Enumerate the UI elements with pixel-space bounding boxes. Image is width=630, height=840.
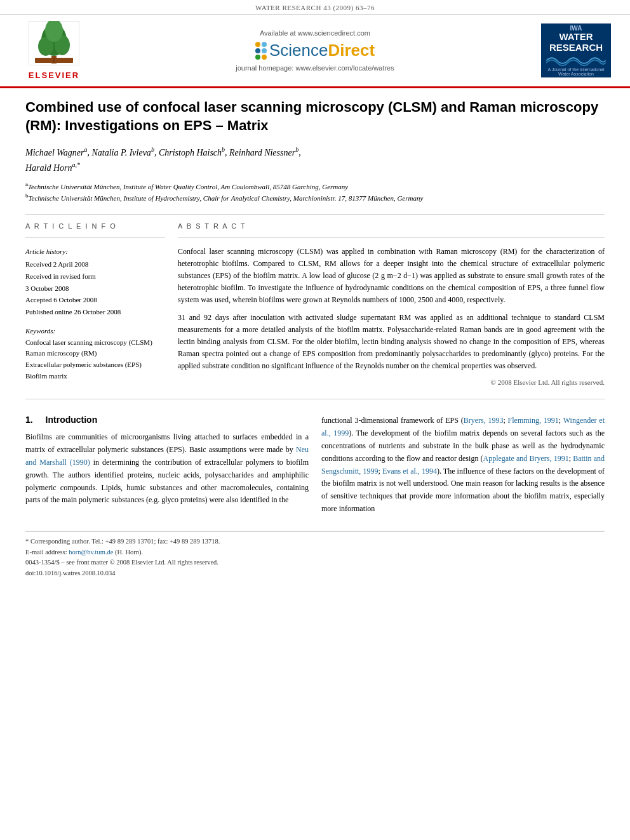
published-date: Published online 26 October 2008	[25, 308, 121, 316]
abstract-heading: A B S T R A C T	[178, 222, 605, 230]
introduction-section: 1. Introduction Biofilms are communities…	[25, 415, 605, 520]
elsevier-logo: ELSEVIER	[29, 21, 79, 80]
evans-link[interactable]: Evans et al., 1994	[382, 467, 437, 476]
email-link[interactable]: horn@bv.tum.de	[69, 549, 113, 556]
water-research-badge: IWA WATERRESEARCH A Journal of the Inter…	[541, 23, 611, 77]
keyword-1: Confocal laser scanning microscopy (CLSM…	[25, 337, 165, 349]
intro-para-1: Biofilms are communities of microorganis…	[25, 431, 309, 507]
keyword-4: Biofilm matrix	[25, 371, 165, 382]
sd-dot-3	[255, 48, 260, 53]
intro-right-col: functional 3-dimensional framework of EP…	[321, 415, 605, 520]
wr-subtitle-label: A Journal of the InternationalWater Asso…	[547, 67, 604, 76]
elsevier-label: ELSEVIER	[29, 70, 79, 80]
elsevier-tree-icon	[29, 21, 79, 65]
keyword-2: Raman microscopy (RM)	[25, 348, 165, 359]
journal-homepage-text: journal homepage: www.elsevier.com/locat…	[236, 64, 394, 72]
divider-1	[25, 214, 605, 215]
wr-title-label: WATERRESEARCH	[549, 32, 603, 53]
sciencedirect-logo: ScienceDirect	[255, 41, 375, 60]
banner-row: ELSEVIER Available at www.sciencedirect.…	[0, 15, 630, 88]
article-title: Combined use of confocal laser scanning …	[25, 98, 605, 135]
received-date: Received 2 April 2008	[25, 260, 88, 268]
footnote-corresponding: * Corresponding author. Tel.: +49 89 289…	[25, 537, 605, 547]
journal-header-text: WATER RESEARCH 43 (2009) 63–76	[255, 4, 375, 11]
article-history: Article history: Received 2 April 2008 R…	[25, 246, 165, 318]
section-number: 1.	[25, 415, 33, 425]
divider-info	[25, 237, 165, 238]
keywords-label: Keywords:	[25, 327, 165, 335]
journal-header: WATER RESEARCH 43 (2009) 63–76	[0, 0, 630, 15]
keyword-3: Extracellular polymeric substances (EPS)	[25, 359, 165, 371]
bryers-link[interactable]: Bryers, 1993	[464, 416, 504, 425]
sd-dot-1	[255, 42, 260, 47]
footnote-area: * Corresponding author. Tel.: +49 89 289…	[25, 531, 605, 579]
sd-dot-5	[255, 55, 260, 60]
article-info-column: A R T I C L E I N F O Article history: R…	[25, 222, 165, 387]
neu-marshall-link[interactable]: Neu and Marshall (1990)	[25, 445, 309, 467]
sd-dot-6	[262, 55, 267, 60]
divider-2	[25, 399, 605, 399]
copyright: © 2008 Elsevier Ltd. All rights reserved…	[178, 378, 605, 386]
sd-dot-4	[262, 48, 267, 53]
available-at-text: Available at www.sciencedirect.com	[260, 29, 370, 37]
article-info-heading: A R T I C L E I N F O	[25, 222, 165, 230]
sd-dots	[255, 42, 267, 60]
accepted-date: Accepted 6 October 2008	[25, 296, 97, 303]
section-title: 1. Introduction	[25, 415, 309, 425]
sd-dot-2	[262, 42, 267, 47]
article-content: Combined use of confocal laser scanning …	[0, 88, 630, 592]
abstract-para-2: 31 and 92 days after inoculation with ac…	[178, 312, 605, 373]
received-revised-date: 3 October 2008	[25, 284, 69, 292]
wr-waves-icon	[542, 55, 610, 66]
section-title-text: Introduction	[46, 415, 98, 425]
sciencedirect-text: ScienceDirect	[269, 41, 375, 60]
intro-left-col: 1. Introduction Biofilms are communities…	[25, 415, 309, 520]
footnote-rights: 0043-1354/$ – see front matter © 2008 El…	[25, 557, 605, 568]
two-column-section: A R T I C L E I N F O Article history: R…	[25, 222, 605, 387]
divider-abstract	[178, 237, 605, 238]
affiliation-b: bTechnische Universität München, Institu…	[25, 192, 605, 203]
flemming-link[interactable]: Flemming, 1991	[508, 416, 559, 425]
footnote-doi: doi:10.1016/j.watres.2008.10.034	[25, 568, 605, 579]
intro-body-right: functional 3-dimensional framework of EP…	[321, 415, 605, 515]
abstract-column: A B S T R A C T Confocal laser scanning …	[178, 222, 605, 387]
intro-para-2: functional 3-dimensional framework of EP…	[321, 415, 605, 515]
abstract-para-1: Confocal laser scanning microscopy (CLSM…	[178, 246, 605, 307]
abstract-text: Confocal laser scanning microscopy (CLSM…	[178, 246, 605, 373]
water-research-badge-area: IWA WATERRESEARCH A Journal of the Inter…	[535, 21, 617, 80]
history-label: Article history:	[25, 246, 165, 258]
keywords-section: Keywords: Confocal laser scanning micros…	[25, 327, 165, 382]
affiliation-a: aTechnische Universität München, Institu…	[25, 180, 605, 192]
applegate-link[interactable]: Applegate and Bryers, 1991	[483, 454, 569, 463]
received-revised-label: Received in revised form	[25, 272, 96, 280]
footnote-email: E-mail address: horn@bv.tum.de (H. Horn)…	[25, 547, 605, 558]
authors: Michael Wagnera, Natalia P. Ivlevab, Chr…	[25, 145, 605, 175]
banner-center: Available at www.sciencedirect.com Scien…	[95, 21, 535, 80]
elsevier-logo-area: ELSEVIER	[13, 21, 95, 80]
affiliations: aTechnische Universität München, Institu…	[25, 180, 605, 203]
intro-body-left: Biofilms are communities of microorganis…	[25, 431, 309, 507]
